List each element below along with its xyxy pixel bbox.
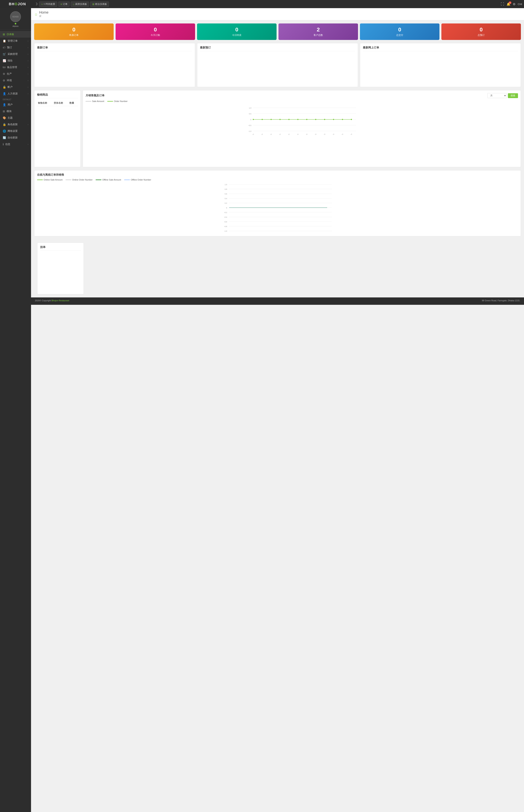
bar-button[interactable]: ⊞ 柜台仪表板 xyxy=(90,2,109,7)
online-offline-legend: Online Sale Amount Online Order Number O… xyxy=(37,179,518,181)
sidebar-item-themes[interactable]: 🎨 主题 xyxy=(0,115,31,121)
svg-text:June-22: June-22 xyxy=(250,133,254,135)
sidebar-item-manage-orders[interactable]: 📋 管理订单 › xyxy=(0,38,31,44)
sidebar-item-reports[interactable]: 📈 报告 › xyxy=(0,57,31,64)
svg-point-14 xyxy=(289,119,290,120)
latest-online-title: 最新网上订单 xyxy=(363,46,518,51)
svg-text:-0.5: -0.5 xyxy=(248,125,251,127)
page-title: Home xyxy=(39,11,48,14)
svg-text:-0.6: -0.6 xyxy=(224,221,227,223)
logo-area: BHOJON xyxy=(2,2,33,6)
svg-text:-1.0: -1.0 xyxy=(248,130,251,132)
order-icon: ≡ xyxy=(61,3,62,6)
notification-badge: 9 xyxy=(509,1,511,4)
sidebar-item-production[interactable]: ⚙ 生产 › xyxy=(0,70,31,77)
sidebar-item-purchase[interactable]: 🛒 采购管理 › xyxy=(0,51,31,57)
sidebar: 60X60 Admin ⊞ 仪表板 📋 管理订单 › xyxy=(0,8,31,812)
stat-label: 今日特卖 xyxy=(232,34,242,37)
page-subtitle: 家 xyxy=(39,15,48,18)
chevron-icon: › xyxy=(28,66,28,68)
sidebar-item-modules[interactable]: ⊞ 模块 xyxy=(0,108,31,115)
monthly-chart-legend: Sale Amount Order Number xyxy=(85,100,518,102)
monthly-chart-header: 月销售额及订单 月 搜索 xyxy=(85,93,518,98)
legend-dot-offline-order xyxy=(124,180,130,180)
sidebar-item-food[interactable]: 🍽 食品管理 › xyxy=(0,64,31,70)
notification-icon[interactable]: 🔔 9 xyxy=(507,2,510,6)
kitchen-button[interactable]: ⌂ 厨房仪表板 xyxy=(71,2,89,7)
monthly-chart-svg-wrapper: 1.0 0.5 0 -0.5 -1.0 xyxy=(85,104,518,135)
legend-dot-online-sale xyxy=(37,180,43,180)
svg-text:-1.0: -1.0 xyxy=(224,230,227,232)
sidebar-item-account[interactable]: 🔒 帐户 › xyxy=(0,84,31,90)
svg-point-13 xyxy=(279,119,281,120)
user-label[interactable]: CHI xyxy=(518,3,522,6)
latest-orders-title: 最新订单 xyxy=(37,46,192,51)
users-icon: 👤 xyxy=(3,103,6,106)
svg-text:0.8: 0.8 xyxy=(225,188,227,190)
svg-text:0: 0 xyxy=(250,119,251,121)
chart-row: 畅销商品 食物名称 变体名称 数量 月销 xyxy=(31,87,524,167)
legend-offline-order: Offline Order Number xyxy=(124,179,151,181)
admin-label: Admin xyxy=(12,25,18,27)
online-offline-header: 在线与离线订单和销售 xyxy=(37,173,518,177)
svg-text:February-23: February-23 xyxy=(320,133,326,135)
autoupdate-icon: 🔄 xyxy=(3,136,6,139)
main-layout: 60X60 Admin ⊞ 仪表板 📋 管理订单 › xyxy=(0,8,524,812)
svg-point-20 xyxy=(342,119,343,120)
pos-button[interactable]: + + POS发票 xyxy=(39,2,57,7)
latest-online-content xyxy=(363,53,518,84)
col-qty: 数量 xyxy=(69,100,78,106)
svg-text:November-22: November-22 xyxy=(292,133,299,135)
top-bar-right: ⛶ 🔔 9 ⚙ CHI xyxy=(501,2,522,6)
hanging-title: 挂单 xyxy=(40,246,81,251)
stat-number: 0 xyxy=(154,27,157,33)
search-button[interactable]: 搜索 xyxy=(508,93,518,98)
legend-dot-sale xyxy=(85,101,91,102)
sidebar-item-roles[interactable]: 🔒 角色权限 › xyxy=(0,121,31,128)
online-offline-chart-section: 在线与离线订单和销售 Online Sale Amount Online Ord… xyxy=(34,170,521,236)
sidebar-profile: 60X60 Admin xyxy=(0,8,31,30)
col-food: 食物名称 xyxy=(37,100,53,106)
latest-bookings-content xyxy=(200,53,355,84)
settings-icon[interactable]: ⚙ xyxy=(513,2,515,6)
sidebar-item-autoupdate[interactable]: 🔄 自动更新 xyxy=(0,134,31,141)
online-offline-chart-svg: 1.0 0.8 0.6 0.4 0.2 0 -0.2 -0.4 -0.6 -0.… xyxy=(37,182,518,233)
legend-item-sale: Sale Amount xyxy=(85,100,104,102)
order-button[interactable]: ≡ 订单 xyxy=(59,2,70,7)
monthly-chart-title: 月销售额及订单 xyxy=(85,94,104,97)
sidebar-item-dashboard[interactable]: ⊞ 仪表板 xyxy=(0,31,31,38)
reports-icon: 📈 xyxy=(3,59,6,62)
bestseller-title: 畅销商品 xyxy=(37,93,78,98)
legend-online-order: Online Order Number xyxy=(66,179,93,181)
footer-brand-link[interactable]: Bhojon Restaurant xyxy=(52,299,69,302)
latest-online-box: 最新网上订单 xyxy=(360,43,521,87)
sidebar-item-users[interactable]: 👤 用户 › xyxy=(0,101,31,108)
chart-controls: 月 搜索 xyxy=(487,93,518,98)
svg-point-16 xyxy=(306,119,307,120)
svg-point-12 xyxy=(271,119,272,120)
sidebar-item-info[interactable]: ℹ 信息 › xyxy=(0,141,31,148)
kitchen-icon: ⌂ xyxy=(73,3,75,6)
stat-card-lifetime: 0 终身订单 xyxy=(34,23,114,40)
sidebar-item-environment[interactable]: ⚙ 环境 › xyxy=(0,77,31,84)
chevron-icon: › xyxy=(28,93,28,95)
stat-label: 总预订 xyxy=(478,34,485,37)
sidebar-menu: ⊞ 仪表板 📋 管理订单 › 🏷 预订 › 🛒 xyxy=(0,30,31,149)
sidebar-item-network[interactable]: 🌐 网络设置 xyxy=(0,128,31,134)
svg-text:0: 0 xyxy=(226,207,227,209)
themes-icon: 🎨 xyxy=(3,116,6,119)
svg-point-18 xyxy=(324,119,325,120)
sidebar-item-hr[interactable]: 👤 人力资源 › xyxy=(0,90,31,97)
bestseller-empty xyxy=(37,106,78,164)
chevron-icon: › xyxy=(28,104,28,106)
sidebar-item-booking[interactable]: 🏷 预订 › xyxy=(0,44,31,51)
fullscreen-icon[interactable]: ⛶ xyxy=(501,2,504,6)
svg-text:March-23: March-23 xyxy=(329,133,334,135)
month-select[interactable]: 月 xyxy=(487,93,507,98)
moon-icon[interactable]: ☽ xyxy=(34,2,38,6)
legend-dot-online-order xyxy=(66,180,71,180)
footer-copyright: 2020© Copyright Bhojon Restaurant xyxy=(35,299,69,302)
svg-text:-0.8: -0.8 xyxy=(224,226,227,228)
info-icon: ℹ xyxy=(3,143,4,146)
svg-point-11 xyxy=(262,119,263,120)
